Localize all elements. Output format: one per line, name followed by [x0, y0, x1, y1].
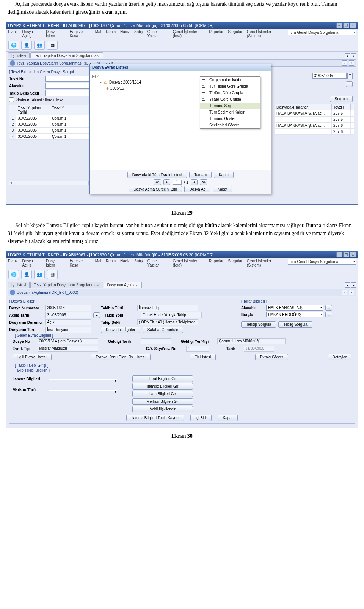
- menu-sorgular[interactable]: Sorgular: [228, 259, 242, 267]
- dots-button[interactable]: ...: [325, 312, 332, 317]
- th-tarih[interactable]: Tevzi Yapılma Tarihi: [16, 105, 50, 115]
- cm-tur-tipine-grupla[interactable]: 🗀Tür Tipine Göre Grupla: [200, 83, 260, 90]
- maximize-icon[interactable]: ❐: [343, 252, 349, 257]
- menu-satis[interactable]: Satış: [134, 259, 143, 267]
- alacakli-input[interactable]: [46, 83, 91, 89]
- prev-page-icon[interactable]: <: [163, 179, 170, 185]
- merhun-bilgileri-gir-button[interactable]: Merhun Bilgileri Gir: [132, 398, 193, 405]
- tamam-button[interactable]: Tamam: [189, 172, 212, 178]
- menu-mal[interactable]: Mal: [95, 30, 101, 38]
- table-row[interactable]: 231/05/2005Çorum 1: [9, 121, 92, 128]
- table-row[interactable]: 257.6: [275, 129, 354, 135]
- ilam-bilgileri-gir-button[interactable]: İlam Bilgileri Gir: [132, 391, 193, 397]
- kapat-button[interactable]: Kapat: [214, 172, 234, 178]
- menu-evrak[interactable]: Evrak: [8, 259, 18, 267]
- users-icon[interactable]: 👥: [34, 270, 45, 279]
- cm-secimleri-kaldir[interactable]: Tüm Seçimleri Kaldır: [200, 109, 260, 115]
- top-dropdown[interactable]: İcra Genel Dosya Sorgulama: [288, 259, 356, 265]
- minimize-icon[interactable]: –: [336, 23, 342, 28]
- kapat-button-2[interactable]: Kapat: [213, 186, 232, 192]
- menu-dosya-acilis[interactable]: Dosya Açılış: [22, 259, 42, 267]
- cm-tumunu-goster[interactable]: Tümünü Göster: [200, 115, 260, 122]
- subheader-close-icon[interactable]: ▫: [342, 290, 347, 295]
- sorgula-button[interactable]: Sorgula: [330, 96, 353, 102]
- table-row[interactable]: 431/05/2005Çorum 1: [9, 134, 92, 140]
- users-icon[interactable]: 👥: [34, 41, 45, 50]
- close-icon[interactable]: ×: [350, 252, 356, 257]
- menu-harc-kasa[interactable]: Harç ve Kasa: [70, 30, 91, 38]
- dosya-ac-button[interactable]: Dosya Aç: [184, 186, 210, 192]
- cm-gruplamalari-kaldir[interactable]: 🗀Gruplamaları kaldır: [200, 77, 260, 83]
- tab-next-icon[interactable]: ▸: [351, 282, 356, 288]
- ilgili-evrak-button[interactable]: İlgili Evrak Listesi: [13, 354, 52, 360]
- minimize-icon[interactable]: –: [336, 252, 342, 257]
- taraf-bilgileri-gir-button[interactable]: Taraf Bilgileri Gir: [132, 375, 193, 382]
- tab-prev-icon[interactable]: ◂: [345, 282, 350, 288]
- menu-genel-islemler-sistem[interactable]: Genel İşlemler (Sistem): [247, 259, 283, 267]
- menu-mal[interactable]: Mal: [95, 259, 101, 267]
- isi-bitir-button[interactable]: İşi Bitir: [190, 415, 212, 421]
- menu-genel-yazilar[interactable]: Genel Yazılar: [147, 259, 168, 267]
- subheader-x-icon[interactable]: ×: [349, 290, 354, 295]
- kapat-button[interactable]: Kapat: [218, 415, 237, 421]
- ek-listesi-button[interactable]: Ek Listesi: [190, 354, 216, 360]
- table-row[interactable]: 331/05/2005Çorum 1: [9, 128, 92, 134]
- table-row[interactable]: 131/05/2005Çorum 1: [9, 115, 92, 121]
- menu-dosya-islem[interactable]: Dosya İşlem: [46, 259, 65, 267]
- tensip-sorgula-button[interactable]: Tensip Sorgula: [241, 321, 276, 328]
- user-icon[interactable]: 👤: [21, 41, 32, 50]
- close-icon[interactable]: ×: [350, 23, 356, 28]
- plus-icon[interactable]: ✚: [106, 85, 109, 92]
- detaylar-button[interactable]: Detaylar: [328, 354, 351, 360]
- next-page-icon[interactable]: >: [191, 179, 198, 185]
- menu-sorgular[interactable]: Sorgular: [228, 30, 242, 38]
- tree-leaf[interactable]: 2005/16: [110, 85, 124, 92]
- cm-yilara-grupla[interactable]: 🗀Yılara Göre Grupla: [200, 96, 260, 103]
- menu-genel-yazilar[interactable]: Genel Yazılar: [147, 30, 168, 38]
- th-tevzi-y[interactable]: Tevzi Y: [50, 105, 88, 115]
- menu-haciz[interactable]: Haciz: [120, 30, 130, 38]
- date-input[interactable]: 31/05/2005: [312, 73, 347, 79]
- first-page-icon[interactable]: ≪: [154, 179, 161, 185]
- tab-tevzi-sorgulama[interactable]: Tevzi Yapılan Dosyaların Sorgulanması: [30, 282, 103, 288]
- surec-bitir-button[interactable]: Dosya Açma Sürecini Bitir: [129, 186, 182, 192]
- top-dropdown[interactable]: İcra Genel Dosya Sorgulama: [288, 30, 356, 35]
- tab-next-icon[interactable]: ▸: [351, 53, 356, 58]
- borclu-select[interactable]: HAKAN ERDOĞUŞ: [266, 312, 323, 317]
- grid-icon[interactable]: ▦: [47, 41, 58, 50]
- tab-dosyanin-acilmasi[interactable]: Dosyanın Açılması: [104, 282, 142, 288]
- tab-tevzi-sorgulama[interactable]: Tevzi Yapılan Dosyaların Sorgulanması: [30, 52, 103, 58]
- th-tevzi-i[interactable]: Tevzi İ: [332, 104, 351, 110]
- globe-icon[interactable]: 🌐: [8, 41, 19, 50]
- table-row[interactable]: HALK BANKASI A.Ş. (Alac...257.6: [275, 110, 354, 117]
- menu-rehin[interactable]: Rehin: [106, 30, 116, 38]
- menu-dosya-islem[interactable]: Dosya İşlem: [46, 30, 65, 38]
- ilamsiz-bilgileri-gir-button[interactable]: İlamsız Bilgileri Gir: [132, 383, 193, 390]
- maximize-icon[interactable]: ❐: [343, 23, 349, 28]
- tree-node[interactable]: Dosya : 2005/1614: [109, 79, 141, 85]
- tab-is-listesi[interactable]: İş Listesi: [8, 282, 30, 288]
- ilgililer-button[interactable]: Dosyadaki İlgililer: [101, 327, 140, 333]
- evraka-konu-kisi-button[interactable]: Evraka Konu Olan Kişi Listesi: [91, 354, 150, 360]
- date-dropdown-icon[interactable]: ▾: [347, 73, 353, 79]
- tree-collapse-icon[interactable]: −: [99, 81, 102, 84]
- globe-icon[interactable]: 🌐: [8, 270, 19, 279]
- grid-icon[interactable]: ▦: [47, 270, 58, 279]
- menu-harc-kasa[interactable]: Harç ve Kasa: [70, 259, 91, 267]
- user-icon[interactable]: 👤: [21, 270, 32, 279]
- ilamsiz-select[interactable]: [49, 379, 117, 380]
- last-page-icon[interactable]: ≫: [200, 179, 207, 185]
- toplu-kaydet-button[interactable]: İlamsız Bilgileri Toplu Kaydet: [126, 415, 184, 421]
- menu-rehin[interactable]: Rehin: [106, 259, 116, 267]
- table-row[interactable]: HALK BANKASI A.Ş. (Alac...257.6: [275, 123, 354, 129]
- subheader-close-icon[interactable]: ▫: [342, 60, 347, 66]
- evraki-goster-button[interactable]: Evrakı Göster: [255, 354, 288, 360]
- menu-genel-islemler-sistem[interactable]: Genel İşlemler (Sistem): [247, 30, 283, 38]
- tree-root[interactable]: ...: [102, 73, 105, 79]
- dots-button[interactable]: ...: [325, 305, 332, 311]
- subheader-x-icon[interactable]: ×: [349, 60, 354, 66]
- cm-secilenleri-goster[interactable]: Seçilenleri Göster: [200, 122, 260, 128]
- cm-tumunu-sec[interactable]: Tümünü Seç: [200, 103, 260, 109]
- dots-button[interactable]: ...: [346, 81, 353, 87]
- th-taraflar[interactable]: Dosyadaki Taraflar: [275, 104, 332, 110]
